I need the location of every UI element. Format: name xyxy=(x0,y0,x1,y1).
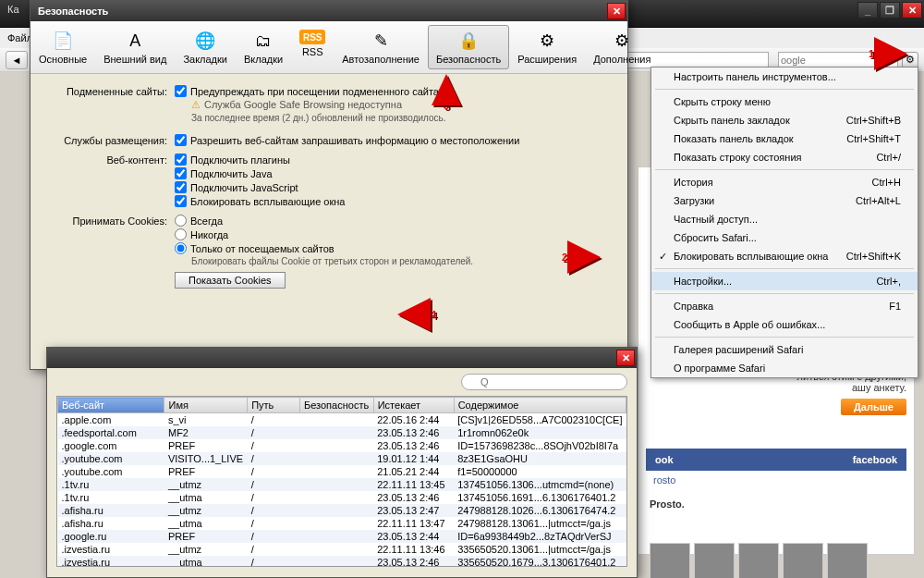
menu-item[interactable]: Скрыть панель закладокCtrl+Shift+B xyxy=(651,111,918,129)
prefs-tab[interactable]: 🔒Безопасность xyxy=(428,25,509,69)
fb-heading: Prosto. xyxy=(646,489,906,511)
menu-item[interactable]: Скрыть строку меню xyxy=(651,92,918,111)
close-icon[interactable]: ✕ xyxy=(607,3,626,19)
avatar[interactable] xyxy=(783,543,823,578)
menu-file[interactable]: Файл xyxy=(7,32,32,43)
cookies-never-radio[interactable]: Никогда xyxy=(175,228,613,240)
table-cell: / xyxy=(248,465,300,478)
fb-link[interactable]: rosto xyxy=(646,471,906,489)
prefs-tab[interactable]: ⚙Расширения xyxy=(509,25,585,69)
table-cell: 247988128.13061...|utmcct=/ga.js xyxy=(454,517,626,530)
prefs-tab[interactable]: 📄Основные xyxy=(30,25,95,69)
next-button[interactable]: Дальше xyxy=(841,399,906,415)
table-row[interactable]: .afisha.ru__utmz/23.05.13 2:47247988128.… xyxy=(58,504,626,517)
table-header[interactable]: Безопасность xyxy=(299,398,373,413)
back-button[interactable]: ◄ xyxy=(6,51,28,69)
table-header[interactable]: Содержимое xyxy=(454,398,626,413)
tab-label: Дополнения xyxy=(593,54,650,65)
cookie-search-input[interactable] xyxy=(461,374,627,390)
table-row[interactable]: .1tv.ru__utmz/22.11.11 13:45137451056.13… xyxy=(58,478,626,491)
prefs-tab[interactable]: RSSRSS xyxy=(291,25,334,69)
close-icon[interactable]: ✕ xyxy=(616,350,635,366)
minimize-button[interactable]: _ xyxy=(857,2,878,18)
tab-label: Внешний вид xyxy=(103,54,166,65)
table-row[interactable]: .apple.coms_vi/22.05.16 2:44[CS]v1|26ED5… xyxy=(58,413,626,427)
prefs-tab[interactable]: 🗂Вкладки xyxy=(236,25,291,69)
cookies-always-radio[interactable]: Всегда xyxy=(175,215,613,227)
table-cell: __utmz xyxy=(164,543,248,556)
prefs-tab[interactable]: ✎Автозаполнение xyxy=(334,25,428,69)
table-row[interactable]: .izvestia.ru__utmz/22.11.11 13:463356505… xyxy=(58,543,626,556)
plugins-checkbox[interactable]: Подключить плагины xyxy=(175,154,613,166)
prefs-tab[interactable]: AВнешний вид xyxy=(95,25,175,69)
menu-item[interactable]: О программе Safari xyxy=(651,359,918,377)
avatar[interactable] xyxy=(650,543,690,578)
table-row[interactable]: .youtube.comVISITO...1_LIVE/19.01.12 1:4… xyxy=(58,452,626,465)
table-cell: VISITO...1_LIVE xyxy=(164,452,248,465)
table-row[interactable]: .izvestia.ru__utma/23.05.13 2:4633565052… xyxy=(58,556,626,567)
popup-checkbox[interactable]: Блокировать всплывающие окна xyxy=(175,195,613,207)
cookies-visited-radio[interactable]: Только от посещаемых сайтов xyxy=(175,242,613,254)
menu-item[interactable]: Показать панель вкладокCtrl+Shift+T xyxy=(651,129,918,148)
menu-item-label: Блокировать всплывающие окна xyxy=(674,251,828,262)
show-cookies-button[interactable]: Показать Cookies xyxy=(175,272,286,289)
maximize-button[interactable]: ❐ xyxy=(880,2,900,18)
tab-label: Вкладки xyxy=(244,54,283,65)
cookies-hint: Блокировать файлы Cookie от третьих стор… xyxy=(191,256,613,266)
menu-item[interactable]: Галерея расширений Safari xyxy=(651,340,918,359)
table-row[interactable]: .youtube.comPREF/21.05.21 2:44f1=5000000… xyxy=(58,465,626,478)
menu-item[interactable]: Сообщить в Apple об ошибках... xyxy=(651,315,918,334)
table-cell: 21.05.21 2:44 xyxy=(373,465,454,478)
table-header[interactable]: Веб-сайт xyxy=(58,398,164,413)
table-cell: 22.05.16 2:44 xyxy=(373,413,454,427)
table-cell: / xyxy=(248,504,300,517)
table-header[interactable]: Путь xyxy=(248,398,300,413)
fraud-checkbox[interactable]: Предупреждать при посещении подмененного… xyxy=(175,85,613,97)
prefs-tab[interactable]: ⚙Дополнения xyxy=(585,25,659,69)
js-checkbox[interactable]: Подключить JavaScript xyxy=(175,181,613,193)
avatar[interactable] xyxy=(738,543,779,578)
menu-item-label: О программе Safari xyxy=(674,363,765,374)
java-checkbox[interactable]: Подключить Java xyxy=(175,167,613,179)
menu-item-label: Настройки... xyxy=(674,276,732,287)
location-checkbox[interactable]: Разрешить веб-сайтам запрашивать информа… xyxy=(175,134,613,146)
table-cell xyxy=(299,517,373,530)
cookies-titlebar[interactable]: ✕ xyxy=(47,348,637,368)
table-row[interactable]: .google.comPREF/23.05.13 2:46ID=15736982… xyxy=(58,439,626,452)
table-row[interactable]: .afisha.ru__utma/22.11.11 13:47247988128… xyxy=(58,517,626,530)
table-cell: / xyxy=(248,413,300,427)
table-cell: .youtube.com xyxy=(58,452,164,465)
table-row[interactable]: .1tv.ru__utma/23.05.13 2:46137451056.169… xyxy=(58,491,626,504)
table-row[interactable]: .feedsportal.comMF2/23.05.13 2:461r1romn… xyxy=(58,426,626,439)
table-cell: .google.com xyxy=(58,439,164,452)
close-button[interactable]: ✕ xyxy=(902,2,922,18)
menu-item[interactable]: Настройки...Ctrl+, xyxy=(651,272,918,290)
avatar[interactable] xyxy=(827,543,868,578)
table-cell: __utmz xyxy=(164,504,248,517)
table-row[interactable]: .google.ruPREF/23.05.13 2:44ID=6a9938449… xyxy=(58,530,626,543)
menu-item[interactable]: Блокировать всплывающие окнаCtrl+Shift+K xyxy=(651,247,918,265)
menu-item[interactable]: ЗагрузкиCtrl+Alt+L xyxy=(651,191,918,210)
table-cell: ID=6a9938449b2...8zTAQdrVerSJ xyxy=(454,530,626,543)
table-cell: / xyxy=(248,517,300,530)
table-header[interactable]: Истекает xyxy=(373,398,454,413)
table-cell: / xyxy=(248,452,300,465)
table-cell: .izvestia.ru xyxy=(58,543,164,556)
table-cell: / xyxy=(248,556,300,567)
menu-item-shortcut: Ctrl+, xyxy=(876,276,901,287)
c-never-text: Никогда xyxy=(190,229,228,240)
menu-item[interactable]: Сбросить Safari... xyxy=(651,228,918,247)
table-cell: .1tv.ru xyxy=(58,491,164,504)
table-header[interactable]: Имя xyxy=(164,398,248,413)
menu-item[interactable]: Показать строку состоянияCtrl+/ xyxy=(651,148,918,166)
table-cell xyxy=(299,439,373,452)
avatar[interactable] xyxy=(694,543,735,578)
prefs-tab[interactable]: 🌐Закладки xyxy=(175,25,236,69)
menu-item[interactable]: СправкаF1 xyxy=(651,297,918,315)
menu-item[interactable]: ИсторияCtrl+H xyxy=(651,173,918,191)
prefs-titlebar[interactable]: Безопасность ✕ xyxy=(30,1,627,21)
tab-icon: ⚙ xyxy=(611,30,633,52)
menu-item[interactable]: Настроить панель инструментов... xyxy=(651,68,918,86)
menu-item[interactable]: Частный доступ... xyxy=(651,210,918,228)
tab-icon: A xyxy=(124,30,146,52)
